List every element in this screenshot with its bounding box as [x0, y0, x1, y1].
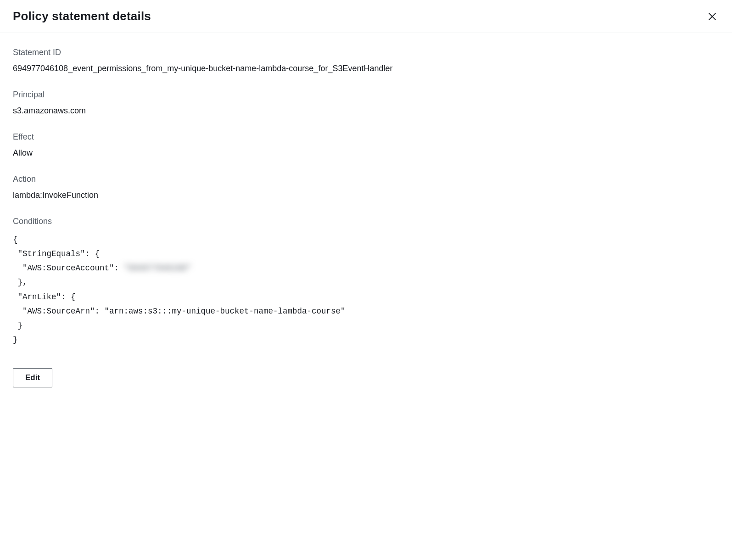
- code-line: }: [13, 321, 22, 330]
- close-icon: [707, 11, 717, 22]
- field-value-statement-id: 694977046108_event_permissions_from_my-u…: [13, 64, 719, 73]
- field-value-action: lambda:InvokeFunction: [13, 190, 719, 200]
- close-button[interactable]: [705, 10, 719, 23]
- modal-title: Policy statement details: [13, 9, 151, 23]
- field-label-statement-id: Statement ID: [13, 48, 719, 57]
- redacted-value: "694977046108": [124, 261, 191, 275]
- field-label-effect: Effect: [13, 132, 719, 142]
- modal-body: Statement ID 694977046108_event_permissi…: [0, 33, 732, 400]
- field-effect: Effect Allow: [13, 132, 719, 158]
- code-line: "StringEquals": {: [13, 249, 100, 258]
- field-value-principal: s3.amazonaws.com: [13, 106, 719, 116]
- code-line: {: [13, 235, 18, 244]
- code-line: "AWS:SourceArn": "arn:aws:s3:::my-unique…: [13, 307, 346, 316]
- code-line: "AWS:SourceAccount":: [13, 263, 124, 273]
- modal-header: Policy statement details: [0, 0, 732, 33]
- field-principal: Principal s3.amazonaws.com: [13, 90, 719, 116]
- field-label-principal: Principal: [13, 90, 719, 100]
- modal-actions: Edit: [13, 368, 719, 387]
- field-statement-id: Statement ID 694977046108_event_permissi…: [13, 48, 719, 73]
- field-action: Action lambda:InvokeFunction: [13, 174, 719, 200]
- field-conditions: Conditions { "StringEquals": { "AWS:Sour…: [13, 217, 719, 347]
- conditions-code-block: { "StringEquals": { "AWS:SourceAccount":…: [13, 233, 719, 347]
- code-line: }: [13, 335, 18, 344]
- code-line: "ArnLike": {: [13, 292, 76, 302]
- edit-button[interactable]: Edit: [13, 368, 52, 387]
- policy-statement-modal: Policy statement details Statement ID 69…: [0, 0, 732, 400]
- field-label-conditions: Conditions: [13, 217, 719, 226]
- code-line: },: [13, 278, 28, 287]
- field-label-action: Action: [13, 174, 719, 184]
- field-value-effect: Allow: [13, 148, 719, 158]
